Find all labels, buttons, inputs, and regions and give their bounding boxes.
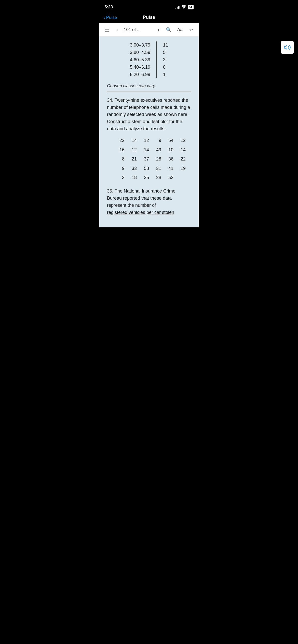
data-cell: 12 [142,136,149,144]
data-cell: 12 [130,146,137,154]
table-row: 3.80–4.59 5 [130,49,168,56]
section-divider [107,92,191,92]
data-cell: 54 [166,136,173,144]
data-cell: 28 [154,155,161,163]
data-cell: 16 [117,146,125,154]
problem-35-text: 35. The National Insurance Crime Bureau … [107,188,191,216]
data-cell: 22 [179,155,186,163]
status-time: 5:23 [104,5,113,10]
data-cell: 14 [142,146,149,154]
answer-note: Chosen classes can vary. [107,83,191,89]
problem-34-data: 2214129541216121449101482137283622933583… [107,136,191,182]
status-bar: 5:23 51 [99,0,199,13]
data-cell: 58 [142,164,149,172]
data-cell: 14 [130,136,137,144]
data-row: 318252852 [112,173,191,182]
range-cell: 3.80–4.59 [130,49,157,56]
value-cell: 5 [157,49,168,56]
problem-34-body: Twenty-nine executives reported the numb… [107,98,190,131]
data-row: 22141295412 [112,136,191,144]
data-cell: 49 [154,146,161,154]
table-row: 3.00–3.79 11 [130,41,168,49]
table-row: 5.40–6.19 0 [130,64,168,71]
back-chevron-icon: ‹ [103,14,105,20]
reader-toolbar: ☰ ‹ 101 of ... › 🔍 Aa ↩ [99,23,199,36]
back-button[interactable]: ↩ [187,27,195,33]
data-cell: 14 [179,146,186,154]
value-cell: 0 [157,64,168,71]
problem-34: 34. Twenty-nine executives reported the … [107,97,191,182]
data-cell: 37 [142,155,149,163]
value-cell: 11 [157,41,168,49]
problem-34-number: 34. [107,98,113,103]
data-cell: 9 [117,164,125,172]
status-icons: 51 [175,5,194,9]
nav-title: Pulse [143,15,155,20]
data-cell: 9 [154,136,161,144]
data-row: 82137283622 [112,155,191,163]
data-cell: 21 [130,155,137,163]
data-cell: 18 [130,173,137,182]
nav-back-label: Pulse [106,15,117,20]
data-cell: 19 [179,164,186,172]
problem-35-number: 35. [107,188,113,194]
value-cell: 3 [157,56,168,64]
data-cell: 41 [166,164,173,172]
data-cell: 52 [166,173,173,182]
data-cell: 8 [117,155,125,163]
frequency-table: 3.00–3.79 11 3.80–4.59 5 4.60–5.39 3 5.4… [130,41,168,78]
menu-button[interactable]: ☰ [103,27,111,33]
data-cell: 31 [154,164,161,172]
data-cell: 33 [130,164,137,172]
problem-35: 35. The National Insurance Crime Bureau … [107,188,191,216]
toolbar-right: 🔍 Aa ↩ [165,27,195,33]
content-area: 3.00–3.79 11 3.80–4.59 5 4.60–5.39 3 5.4… [99,36,199,227]
range-cell: 3.00–3.79 [130,41,157,49]
page-info: 101 of ... [124,27,152,32]
data-table-section: 3.00–3.79 11 3.80–4.59 5 4.60–5.39 3 5.4… [107,41,191,78]
search-button[interactable]: 🔍 [165,27,172,33]
problem-34-text: 34. Twenty-nine executives reported the … [107,97,191,132]
data-cell: 22 [117,136,125,144]
battery-icon: 51 [188,5,194,9]
data-cell: 3 [117,173,125,182]
next-page-button[interactable]: › [155,26,162,34]
font-button[interactable]: Aa [176,27,183,32]
nav-back-button[interactable]: ‹ Pulse [103,14,117,20]
data-cell: 12 [179,136,186,144]
prev-page-button[interactable]: ‹ [114,26,121,34]
table-row: 6.20–6.99 1 [130,71,168,78]
data-cell: 36 [166,155,173,163]
problem-35-underlined: registered vehicles per car stolen [107,210,174,215]
value-cell: 1 [157,71,168,78]
table-row: 4.60–5.39 3 [130,56,168,64]
data-cell: 10 [166,146,173,154]
data-row: 93358314119 [112,164,191,172]
data-cell: 25 [142,173,149,182]
data-cell: 28 [154,173,161,182]
wifi-icon [182,5,186,9]
problem-35-body: The National Insurance Crime Bureau repo… [107,188,175,208]
data-cell [179,173,186,182]
range-cell: 5.40–6.19 [130,64,157,71]
range-cell: 4.60–5.39 [130,56,157,64]
data-row: 161214491014 [112,146,191,154]
signal-icon [175,6,180,9]
range-cell: 6.20–6.99 [130,71,157,78]
nav-bar: ‹ Pulse Pulse [99,13,199,23]
